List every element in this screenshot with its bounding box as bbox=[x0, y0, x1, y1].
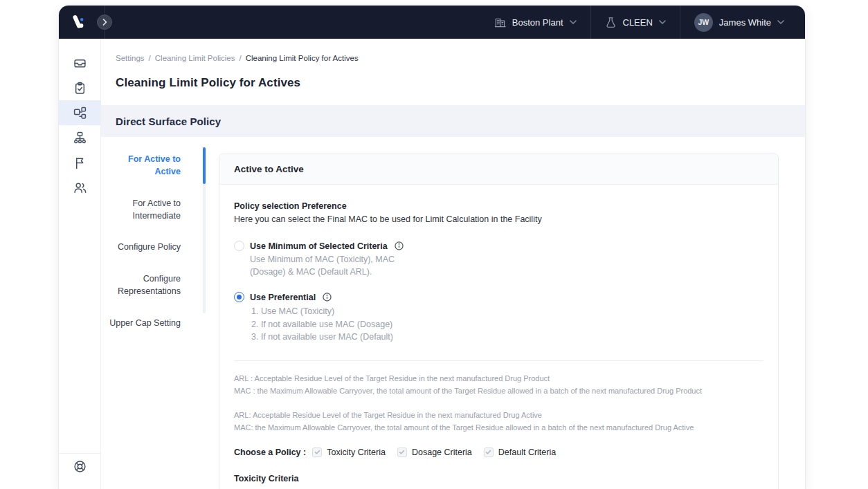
sidebar-item-flags[interactable] bbox=[59, 150, 100, 175]
breadcrumb-separator: / bbox=[239, 54, 241, 62]
divider bbox=[234, 360, 763, 361]
policy-sub-area: For Active to Active For Active to Inter… bbox=[101, 137, 805, 489]
subnav-configure-representations[interactable]: Configure Representations bbox=[103, 273, 181, 297]
checkbox-dosage-criteria[interactable]: Dosage Criteria bbox=[397, 448, 472, 457]
option-label: Use Preferential bbox=[250, 293, 316, 302]
user-name-label: James White bbox=[719, 17, 771, 28]
preferential-order-list: 1. Use MAC (Toxicity) 2. If not availabl… bbox=[251, 305, 763, 344]
clipboard-check-icon bbox=[73, 82, 87, 95]
option-label: Use Minimum of Selected Criteria bbox=[250, 241, 388, 251]
breadcrumb: Settings / Cleaning Limit Policies / Cle… bbox=[116, 54, 359, 62]
radio-use-minimum[interactable]: Use Minimum of Selected Criteria bbox=[234, 241, 763, 251]
arl-definition: ARL : Acceptable Residue Level of the Ta… bbox=[234, 372, 763, 385]
workflow-icon bbox=[73, 107, 87, 120]
chevron-down-icon bbox=[777, 20, 784, 24]
checkbox-toxicity-criteria[interactable]: Toxicity Criteria bbox=[312, 448, 386, 457]
policy-selection-heading: Policy selection Preference bbox=[234, 201, 763, 212]
section-title: Direct Surface Policy bbox=[116, 116, 221, 127]
toxicity-criteria-heading: Toxicity Criteria bbox=[234, 474, 763, 483]
header-right: Boston Plant CLEEN JW James White bbox=[480, 6, 805, 39]
subnav-for-active-to-active[interactable]: For Active to Active bbox=[103, 153, 181, 178]
icon-sidebar bbox=[59, 39, 101, 489]
checkbox-label: Dosage Criteria bbox=[412, 448, 472, 457]
subnav-for-active-to-intermediate[interactable]: For Active to Intermediate bbox=[103, 197, 181, 222]
breadcrumb-separator: / bbox=[149, 54, 151, 62]
preferential-step: 2. If not available use MAC (Dosage) bbox=[251, 318, 763, 331]
brand-logo-icon bbox=[70, 14, 87, 30]
choose-policy-row: Choose a Policy : Toxicity Criteria bbox=[234, 448, 763, 457]
breadcrumb-settings[interactable]: Settings bbox=[116, 54, 145, 62]
flask-icon bbox=[605, 17, 617, 28]
chevron-down-icon bbox=[659, 20, 666, 24]
panel-header: Active to Active bbox=[219, 154, 778, 185]
plant-selector[interactable]: Boston Plant bbox=[480, 6, 590, 39]
product-selector[interactable]: CLEEN bbox=[590, 6, 680, 39]
subnav-upper-cap-setting[interactable]: Upper Cap Setting bbox=[103, 317, 181, 329]
user-menu[interactable]: JW James White bbox=[680, 6, 798, 39]
header-logo-area bbox=[59, 6, 105, 39]
radio-icon-selected[interactable] bbox=[234, 292, 244, 302]
toxicity-criteria-description: ARL of the Target Residue is set as its … bbox=[234, 487, 763, 489]
main-content: Settings / Cleaning Limit Policies / Cle… bbox=[101, 39, 805, 489]
breadcrumb-current: Cleaning Limit Policy for Actives bbox=[246, 54, 359, 62]
option-description: Use Minimum of MAC (Toxicity), MAC (Dosa… bbox=[250, 253, 397, 278]
preferential-step: 3. If not available user MAC (Default) bbox=[251, 331, 763, 344]
checkbox-checked-icon[interactable] bbox=[484, 448, 494, 457]
checkbox-label: Default Criteria bbox=[498, 448, 556, 457]
building-icon bbox=[494, 17, 506, 28]
breadcrumb-cleaning-limit-policies[interactable]: Cleaning Limit Policies bbox=[155, 54, 235, 62]
life-buoy-icon bbox=[73, 460, 87, 473]
sidebar-item-hierarchy[interactable] bbox=[59, 125, 100, 150]
sidebar-bottom bbox=[59, 453, 100, 476]
radio-use-preferential[interactable]: Use Preferential bbox=[234, 292, 763, 302]
subnav-configure-policy[interactable]: Configure Policy bbox=[103, 241, 181, 253]
sidebar-item-support[interactable] bbox=[73, 460, 87, 476]
plant-selector-label: Boston Plant bbox=[512, 17, 563, 28]
sidebar-item-inbox[interactable] bbox=[59, 50, 100, 75]
app-window: Boston Plant CLEEN JW James White bbox=[59, 6, 805, 489]
radio-icon-unselected[interactable] bbox=[234, 241, 244, 251]
checkbox-checked-icon[interactable] bbox=[312, 448, 322, 457]
subnav-track bbox=[203, 147, 206, 313]
preferential-step: 1. Use MAC (Toxicity) bbox=[251, 305, 763, 318]
checkbox-label: Toxicity Criteria bbox=[327, 448, 386, 457]
sitemap-icon bbox=[73, 131, 87, 145]
option-use-minimum: Use Minimum of Selected Criteria Use Min… bbox=[234, 241, 763, 278]
info-icon[interactable] bbox=[395, 241, 404, 250]
chevron-down-icon bbox=[570, 20, 577, 24]
arl-definition: ARL: Acceptable Residue Level of the Tar… bbox=[234, 409, 763, 421]
mac-definition: MAC: the Maximum Allowable Carryover, th… bbox=[234, 421, 763, 434]
chevron-right-icon bbox=[102, 19, 107, 26]
definitions-drug-active: ARL: Acceptable Residue Level of the Tar… bbox=[234, 409, 763, 434]
subnav-active-indicator bbox=[203, 147, 206, 184]
users-icon bbox=[73, 181, 87, 194]
sidebar-item-policies[interactable] bbox=[59, 100, 100, 125]
definitions-drug-product: ARL : Acceptable Residue Level of the Ta… bbox=[234, 372, 763, 397]
checkbox-default-criteria[interactable]: Default Criteria bbox=[484, 448, 556, 457]
inbox-icon bbox=[73, 57, 87, 70]
option-use-preferential: Use Preferential 1. Use MAC (Toxicity) 2… bbox=[234, 292, 763, 344]
page-title: Cleaning Limit Policy for Actives bbox=[116, 76, 300, 90]
sidebar-item-users[interactable] bbox=[59, 175, 100, 200]
mac-definition: MAC : the Maximum Allowable Carryover, t… bbox=[234, 385, 763, 397]
checkbox-checked-icon[interactable] bbox=[397, 448, 407, 457]
sidebar-collapse-button[interactable] bbox=[97, 15, 112, 30]
section-header: Direct Surface Policy bbox=[101, 105, 805, 137]
info-icon[interactable] bbox=[323, 293, 332, 302]
flag-icon bbox=[73, 156, 87, 169]
active-to-active-panel: Active to Active Policy selection Prefer… bbox=[219, 154, 779, 489]
top-header: Boston Plant CLEEN JW James White bbox=[59, 6, 805, 39]
policy-selection-subtext: Here you can select the Final MAC to be … bbox=[234, 214, 763, 225]
avatar: JW bbox=[694, 13, 713, 32]
choose-policy-label: Choose a Policy : bbox=[234, 448, 306, 457]
sidebar-item-tasks[interactable] bbox=[59, 75, 100, 100]
panel-title: Active to Active bbox=[234, 164, 304, 174]
product-selector-label: CLEEN bbox=[623, 17, 653, 28]
